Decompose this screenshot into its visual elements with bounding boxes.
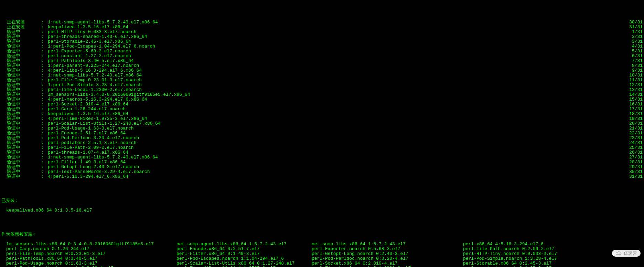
status: 验证中 [1,78,41,83]
log-line: 验证中: perl-threads-1.87-4.el7.x86_6426/31 [1,150,643,155]
package-name: keepalived-1.3.5-16.el7.x86_64 [48,25,622,30]
colon: : [41,63,48,68]
log-line: 验证中: 1:perl-Pod-Escapes-1.04-294.el7_6.n… [1,44,643,49]
colon: : [41,121,48,126]
package-name: 1:perl-Pod-Escapes-1.04-294.el7_6.noarch [48,44,622,49]
status: 验证中 [1,44,41,49]
status: 验证中 [1,107,41,112]
progress-counter: 10/31 [622,73,643,78]
log-line: 正在安装: keepalived-1.3.5-16.el7.x86_6431/3… [1,25,643,30]
status: 验证中 [1,34,41,39]
colon: : [41,92,48,97]
dependency-item: perl-Getopt-Long.noarch 0:2.40-3.el7 [312,251,463,256]
package-name: perl-Getopt-Long-2.40-3.el7.noarch [48,165,622,170]
package-name: perl-threads-shared-1.43-6.el7.x86_64 [48,34,622,39]
progress-counter: 4/31 [622,44,643,49]
progress-counter: 6/31 [622,54,643,59]
colon: : [41,54,48,59]
package-name: perl-HTTP-Tiny-0.033-3.el7.noarch [48,30,622,34]
log-line: 验证中: perl-Pod-Perldoc-3.20-4.el7.noarch2… [1,136,643,141]
status: 验证中 [1,126,41,131]
log-line: 验证中: perl-Encode-2.51-7.el7.x86_6422/31 [1,131,643,136]
progress-counter: 26/31 [622,150,643,155]
status: 验证中 [1,102,41,107]
package-name: perl-Text-ParseWords-3.29-4.el7.noarch [48,170,622,174]
log-line: 验证中: 1:perl-Pod-Simple-3.28-4.el7.noarch… [1,83,643,88]
dependency-item: net-snmp-agent-libs.x86_64 1:5.7.2-43.el… [176,242,312,247]
dependency-item: perl-Pod-Simple.noarch 1:3.28-4.el7 [463,256,601,261]
log-line: 验证中: 4:perl-Time-HiRes-1.9725-3.el7.x86_… [1,116,643,121]
dependency-item: perl-Filter.x86_64 0:1.49-3.el7 [176,251,312,256]
package-name: perl-Encode-2.51-7.el7.x86_64 [48,131,622,136]
watermark-icon [615,251,622,255]
log-line: 验证中: perl-Filter-1.49-3.el7.x86_6428/31 [1,160,643,165]
dependency-item: perl-PathTools.x86_64 0:3.40-5.el7 [6,256,176,261]
log-line: 验证中: perl-HTTP-Tiny-0.033-3.el7.noarch1/… [1,30,643,34]
progress-counter: 19/31 [622,116,643,121]
colon: : [41,107,48,112]
colon: : [41,174,48,179]
status: 验证中 [1,145,41,150]
colon: : [41,30,48,34]
package-name: keepalived-1.3.5-16.el7.x86_64 [48,112,622,116]
status: 验证中 [1,39,41,44]
package-name: perl-Exporter-5.68-3.el7.noarch [48,49,622,54]
progress-counter: 23/31 [622,136,643,141]
colon: : [41,170,48,174]
progress-counter: 22/31 [622,131,643,136]
progress-counter: 24/31 [622,141,643,145]
colon: : [41,155,48,160]
colon: : [41,44,48,49]
package-name: 1:net-snmp-agent-libs-5.7.2-43.el7.x86_6… [48,20,622,25]
watermark-badge: 亿速云 [612,250,641,257]
dependency-list: lm_sensors-libs.x86_64 0:3.4.0-8.2016060… [1,242,643,267]
log-line: 验证中: 4:perl-macros-5.16.3-294.el7_6.x86_… [1,97,643,102]
install-log: 正在安装: 1:net-snmp-agent-libs-5.7.2-43.el7… [1,20,643,179]
status: 验证中 [1,92,41,97]
progress-counter: 30/31 [622,20,643,25]
status: 验证中 [1,131,41,136]
log-line: 验证中: perl-threads-shared-1.43-6.el7.x86_… [1,34,643,39]
dependency-item: perl-Pod-Perldoc.noarch 0:3.20-4.el7 [312,256,463,261]
progress-counter: 15/31 [622,97,643,102]
log-line: 验证中: perl-Socket-2.010-4.el7.x86_6416/31 [1,102,643,107]
progress-counter: 31/31 [622,25,643,30]
dependency-item: perl-Exporter.noarch 0:5.68-3.el7 [312,247,463,251]
progress-counter: 1/31 [622,30,643,34]
watermark-label: 亿速云 [624,251,637,256]
progress-counter: 18/31 [622,112,643,116]
log-line: 验证中: perl-PathTools-3.40-5.el7.x86_647/3… [1,59,643,63]
package-name: perl-Carp-1.26-244.el7.noarch [48,107,622,112]
package-name: perl-Time-Local-1.2300-2.el7.noarch [48,88,622,92]
status: 验证中 [1,174,41,179]
progress-counter: 29/31 [622,165,643,170]
package-name: 1:perl-Pod-Simple-3.28-4.el7.noarch [48,83,622,88]
log-line: 验证中: perl-Storable-2.45-3.el7.x86_643/31 [1,39,643,44]
status: 验证中 [1,170,41,174]
log-line: 验证中: perl-Carp-1.26-244.el7.noarch17/31 [1,107,643,112]
progress-counter: 14/31 [622,92,643,97]
colon: : [41,59,48,63]
log-line: 验证中: lm_sensors-libs-3.4.0-8.20160601git… [1,92,643,97]
package-name: perl-Storable-2.45-3.el7.x86_64 [48,39,622,44]
progress-counter: 20/31 [622,121,643,126]
dependency-item: perl.x86_64 4:5.16.3-294.el7_6 [463,242,601,247]
colon: : [41,165,48,170]
dependency-item: perl-HTTP-Tiny.noarch 0:0.033-3.el7 [463,251,601,256]
colon: : [41,131,48,136]
colon: : [41,83,48,88]
progress-counter: 7/31 [622,59,643,63]
dependency-item: perl-Pod-Usage.noarch 0:1.63-3.el7 [6,261,176,266]
log-line: 验证中: 4:perl-libs-5.16.3-294.el7_6.x86_64… [1,68,643,73]
status: 验证中 [1,121,41,126]
progress-counter: 21/31 [622,126,643,131]
colon: : [41,126,48,131]
progress-counter: 16/31 [622,102,643,107]
dependency-item: perl-Carp.noarch 0:1.26-244.el7 [6,247,176,251]
colon: : [41,102,48,107]
package-name: 4:perl-libs-5.16.3-294.el7_6.x86_64 [48,68,622,73]
colon: : [41,49,48,54]
progress-counter: 9/31 [622,68,643,73]
package-name: perl-Filter-1.49-3.el7.x86_64 [48,160,622,165]
progress-counter: 25/31 [622,145,643,150]
